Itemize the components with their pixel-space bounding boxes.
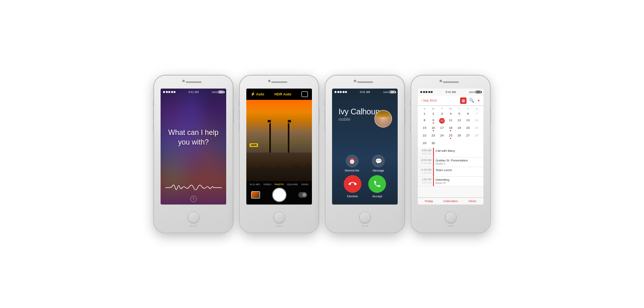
accept-button[interactable] (368, 175, 386, 193)
mute-button-call[interactable] (324, 100, 326, 107)
cal-back-button[interactable]: ‹ Sep 2013 (421, 99, 437, 102)
cal-day-15[interactable]: 15 (420, 125, 429, 132)
hdr-toggle[interactable] (298, 192, 307, 198)
home-button-cam[interactable] (274, 212, 285, 223)
camera-interface: ⚡ Auto HDR Auto (246, 89, 312, 205)
power-button[interactable] (233, 108, 234, 124)
camera-switch-icon[interactable] (301, 91, 308, 97)
cal-day-5[interactable]: 5 (455, 111, 464, 117)
cal-month-view-icon[interactable]: ▦ (460, 97, 466, 104)
message-icon: 💬 (372, 155, 385, 167)
home-button-cal[interactable] (445, 212, 456, 223)
calendar-screen[interactable]: 9:41 AM 100% ‹ Sep 2013 ▦ (418, 89, 483, 205)
power-button-call[interactable] (404, 108, 405, 124)
cal-day-8[interactable]: 8 (420, 117, 429, 124)
mic-holes-cal (448, 225, 454, 227)
accept-icon (373, 180, 381, 188)
message-action[interactable]: 💬 Message (372, 155, 385, 172)
iphone-bottom-call (359, 205, 371, 233)
siri-screen[interactable]: 9:41 AM 100% What can I help you with? (161, 89, 226, 205)
cal-day-11[interactable]: 11 (446, 117, 455, 124)
cal-day-25[interactable]: 25 (446, 132, 455, 140)
cal-event-3[interactable]: 11:30 AM1:00 PM Team Lunch (418, 167, 483, 177)
camera-hdr-control[interactable]: HDR Auto (275, 92, 291, 96)
cal-day-16[interactable]: 16 (429, 125, 438, 132)
cal-tab-inbox[interactable]: Inbox (462, 199, 483, 203)
mute-button[interactable] (153, 100, 154, 107)
cal-event-4[interactable]: 1:00 PM2:00 PM Debriefing Room 47 (418, 177, 483, 186)
cal-day-23[interactable]: 23 (429, 132, 438, 140)
calendar-tab-bar: Today Calendars Inbox (418, 197, 483, 205)
cal-day-9[interactable]: 9 (429, 117, 438, 124)
cal-week-4: 22 23 24 25 26 27 28 (420, 132, 481, 140)
power-button-cam[interactable] (318, 108, 320, 124)
cal-day-10-today[interactable]: 10 (438, 117, 446, 124)
home-button-call[interactable] (359, 212, 371, 223)
camera-last-photo[interactable] (251, 191, 260, 198)
volume-down-button-call[interactable] (324, 122, 326, 132)
siri-help-button[interactable]: ? (190, 196, 197, 202)
call-screen[interactable]: 9:41 AM 100% Ivy Calhoun mobile (332, 89, 398, 205)
cal-day-1[interactable]: 1 (420, 111, 429, 117)
cal-day-13[interactable]: 13 (464, 117, 473, 124)
cal-day-28[interactable]: 28 (472, 132, 481, 140)
volume-up-button-cam[interactable] (239, 110, 240, 120)
cal-day-26[interactable]: 26 (455, 132, 464, 140)
camera-mode-selector: SLO-MO VIDEO PHOTO SQUARE PANO (246, 181, 312, 186)
cal-day-24[interactable]: 24 (438, 132, 446, 140)
volume-down-button-cal[interactable] (410, 122, 411, 132)
cal-day-21[interactable]: 21 (472, 125, 481, 132)
phones-container: 9:41 AM 100% What can I help you with? (146, 68, 498, 241)
decline-button-area[interactable]: Decline (344, 175, 361, 198)
cal-tab-calendars[interactable]: Calendars (440, 199, 461, 203)
earpiece-call (357, 81, 373, 83)
power-button-cal[interactable] (490, 108, 491, 124)
cal-day-18[interactable]: 18 (446, 125, 455, 132)
front-camera (182, 80, 185, 82)
volume-up-button-cal[interactable] (410, 110, 411, 120)
iphone-top-cam (240, 76, 318, 89)
cal-day-17[interactable]: 17 (438, 125, 446, 132)
mute-button-cam[interactable] (239, 100, 240, 107)
accept-button-area[interactable]: Accept (368, 175, 386, 198)
volume-up-button[interactable] (153, 110, 154, 120)
cal-add-icon[interactable]: + (477, 97, 480, 103)
cal-event-bar-1: Call with Barry (433, 148, 483, 157)
cal-day-22[interactable]: 22 (420, 132, 429, 140)
remind-me-action[interactable]: ⏰ Remind Me (345, 155, 359, 172)
cal-day-3[interactable]: 3 (438, 111, 446, 117)
cal-day-4[interactable]: 4 (446, 111, 455, 117)
front-camera-call (354, 80, 356, 82)
cal-day-12[interactable]: 12 (455, 117, 464, 124)
cal-day-6[interactable]: 6 (464, 111, 473, 117)
cal-day-14[interactable]: 14 (472, 117, 481, 124)
cal-day-19[interactable]: 19 (455, 125, 464, 132)
cal-event-2[interactable]: 10:00 AM11:00 AM Grattan St. Presentatio… (418, 157, 483, 167)
volume-up-button-call[interactable] (324, 110, 326, 120)
cal-search-icon[interactable]: 🔍 (469, 98, 475, 103)
front-camera-cal (440, 80, 442, 82)
volume-down-button-cam[interactable] (239, 122, 240, 132)
tower-left (269, 123, 271, 153)
time-cal: 9:41 AM (446, 91, 456, 93)
cal-day-20[interactable]: 20 (464, 125, 473, 132)
cal-event-1[interactable]: 8:00 AM9:00 AM Call with Barry (418, 148, 483, 157)
remind-me-label: Remind Me (345, 169, 359, 172)
home-button-siri[interactable] (188, 212, 199, 223)
decline-button[interactable] (344, 175, 361, 193)
cal-time-1: 8:00 AM9:00 AM (418, 148, 433, 157)
cal-day-27[interactable]: 27 (464, 132, 473, 140)
camera-screen[interactable]: ⚡ Auto HDR Auto (246, 89, 312, 205)
volume-down-button[interactable] (153, 122, 154, 132)
cal-day-30[interactable]: 30 (429, 140, 438, 146)
cal-day-7[interactable]: 7 (472, 111, 481, 117)
shutter-button[interactable] (273, 188, 286, 201)
camera-flash-control[interactable]: ⚡ Auto (250, 92, 264, 96)
bridge-background: HDR (246, 100, 312, 181)
mute-button-cal[interactable] (410, 100, 411, 107)
calendar-grid: S M T W T F S 1 2 3 4 (418, 106, 483, 148)
cal-day-2[interactable]: 2 (429, 111, 438, 117)
time-call: 9:41 AM (360, 91, 370, 93)
cal-day-29[interactable]: 29 (420, 140, 429, 146)
cal-tab-today[interactable]: Today (418, 199, 440, 203)
